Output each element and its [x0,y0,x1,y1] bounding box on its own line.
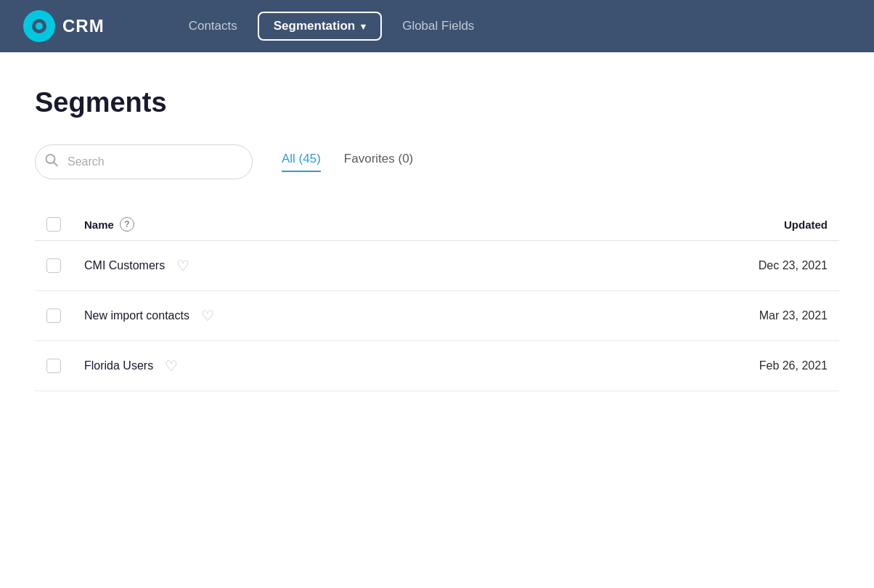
app-name: CRM [62,16,105,36]
logo-area: CRM [23,10,105,42]
row-checkbox[interactable] [46,309,61,323]
row-name-cell: New import contacts ♡ [73,291,551,341]
svg-point-2 [36,23,43,30]
row-checkbox-cell [35,341,73,391]
svg-line-4 [54,163,57,166]
favorite-icon[interactable]: ♡ [201,307,214,324]
segment-name[interactable]: Florida Users [84,359,153,372]
app-logo-icon [23,10,55,42]
table-row: Florida Users ♡ Feb 26, 2021 [35,341,839,391]
nav-contacts[interactable]: Contacts [174,13,252,39]
table-row: CMI Customers ♡ Dec 23, 2021 [35,241,839,291]
row-name-cell: Florida Users ♡ [73,341,551,391]
search-container [35,144,253,179]
favorite-icon[interactable]: ♡ [165,357,178,375]
nav-segmentation[interactable]: Segmentation ▾ [258,12,382,41]
col-updated: Updated [551,208,839,241]
favorite-icon[interactable]: ♡ [176,257,189,274]
controls-row: All (45) Favorites (0) [35,144,839,179]
main-content: Segments All (45) Favorites (0) [0,52,874,415]
segment-name[interactable]: New import contacts [84,309,189,322]
segmentation-chevron: ▾ [361,21,366,32]
tabs-container: All (45) Favorites (0) [282,152,413,172]
table-row: New import contacts ♡ Mar 23, 2021 [35,291,839,341]
row-checkbox-cell [35,291,73,341]
tab-all[interactable]: All (45) [282,152,321,172]
header-checkbox-col [35,208,73,241]
row-checkbox-cell [35,241,73,291]
select-all-checkbox[interactable] [46,217,61,232]
segments-table: Name ? Updated CMI Customers ♡ [35,208,839,391]
row-checkbox[interactable] [46,258,61,273]
app-header: CRM Contacts Segmentation ▾ Global Field… [0,0,874,52]
table-header: Name ? Updated [35,208,839,241]
search-icon [45,154,58,171]
name-help-icon[interactable]: ? [120,217,134,232]
tab-favorites[interactable]: Favorites (0) [344,152,413,172]
main-nav: Contacts Segmentation ▾ Global Fields [174,12,851,41]
row-name-cell: CMI Customers ♡ [73,241,551,291]
page-title: Segments [35,87,839,118]
row-checkbox[interactable] [46,359,61,373]
row-updated: Mar 23, 2021 [551,291,839,341]
nav-global-fields[interactable]: Global Fields [388,13,489,39]
row-updated: Feb 26, 2021 [551,341,839,391]
search-input[interactable] [35,144,253,179]
col-name: Name ? [73,208,551,241]
segment-name[interactable]: CMI Customers [84,259,165,272]
row-updated: Dec 23, 2021 [551,241,839,291]
